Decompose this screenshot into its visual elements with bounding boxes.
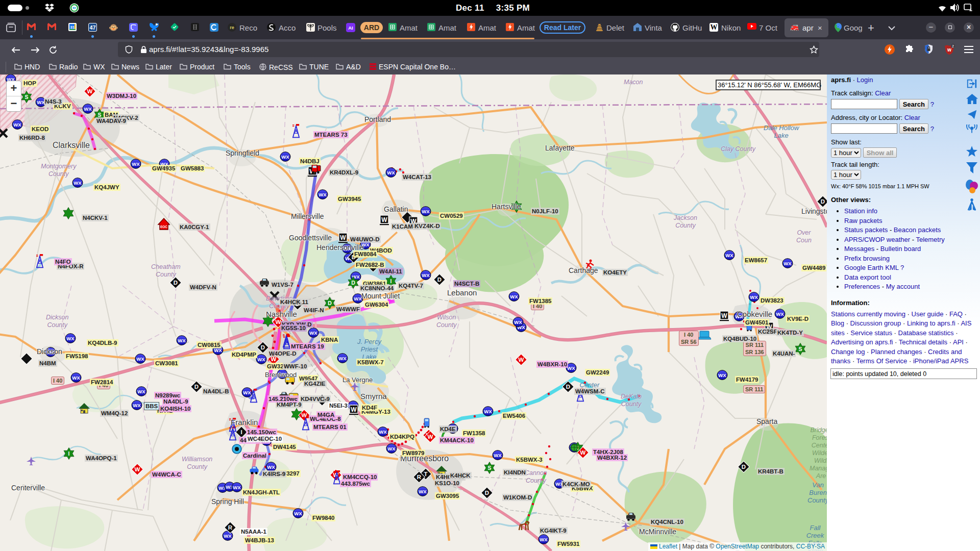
svg-text:D: D: [261, 344, 265, 350]
svg-text:D: D: [437, 277, 442, 283]
svg-text:D: D: [485, 490, 489, 496]
svg-text:D: D: [742, 464, 746, 470]
svg-text:2: 2: [952, 44, 954, 48]
svg-text:D: D: [351, 280, 355, 286]
svg-text:R: R: [228, 524, 233, 531]
svg-text:AI: AI: [348, 25, 353, 31]
svg-text:S: S: [798, 346, 802, 352]
svg-text:D: D: [821, 198, 825, 205]
svg-text:D: D: [328, 300, 332, 306]
svg-text:W: W: [135, 466, 140, 472]
svg-text:re: re: [230, 25, 234, 30]
svg-text:w: w: [947, 47, 951, 53]
svg-text:I: I: [240, 429, 242, 435]
svg-text:W: W: [87, 88, 93, 94]
svg-text:I: I: [68, 450, 70, 457]
svg-text:D: D: [194, 384, 199, 390]
svg-text:I: I: [390, 278, 392, 284]
svg-text:D: D: [566, 384, 570, 390]
svg-text:31: 31: [70, 25, 75, 30]
svg-text:R: R: [417, 474, 422, 480]
svg-text:S: S: [487, 465, 491, 471]
svg-text:T: T: [424, 471, 427, 477]
svg-text:W: W: [519, 357, 524, 363]
svg-text:S: S: [24, 94, 28, 100]
svg-text:D: D: [174, 280, 178, 286]
svg-text:W: W: [580, 449, 586, 456]
svg-text:W: W: [428, 434, 433, 440]
